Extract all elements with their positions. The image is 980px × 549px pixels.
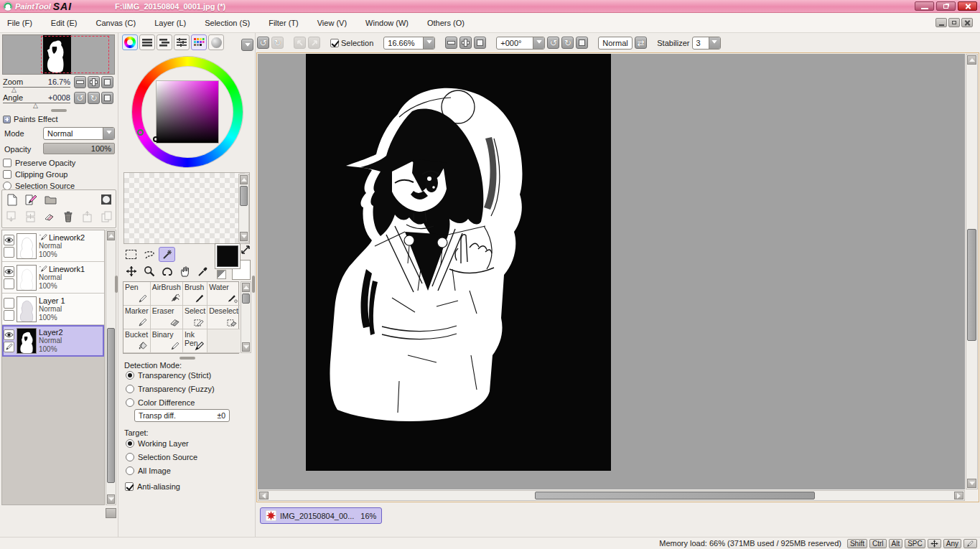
zoom-reset-button[interactable] xyxy=(474,37,486,49)
transp-diff-input[interactable]: Transp diff. ±0 xyxy=(134,409,230,422)
angle-dropdown[interactable]: +000° xyxy=(496,37,545,50)
layer-thumbnail[interactable] xyxy=(17,328,37,354)
minimize-button[interactable] xyxy=(915,1,934,11)
eyedropper-tool[interactable] xyxy=(195,263,211,278)
zoom-reset-button[interactable] xyxy=(101,76,113,88)
transparency-fuzzy-radio[interactable] xyxy=(126,385,134,393)
layer-paint-toggle[interactable] xyxy=(4,278,14,289)
move-mode-badge[interactable] xyxy=(928,539,941,548)
all-image-radio[interactable] xyxy=(126,466,134,475)
move-tool[interactable] xyxy=(123,263,139,278)
empty-tool-slot[interactable] xyxy=(177,247,193,262)
scrollbar-thumb[interactable] xyxy=(535,492,815,499)
tools-scrollbar[interactable] xyxy=(241,281,251,353)
clipping-group-checkbox[interactable] xyxy=(3,170,11,179)
selection-undo-button[interactable] xyxy=(294,37,306,49)
scrollbar-thumb[interactable] xyxy=(107,328,115,483)
menu-others[interactable]: Others (O) xyxy=(427,19,465,27)
target-all-image-row[interactable]: All Image xyxy=(126,466,171,475)
scroll-right-arrow[interactable] xyxy=(954,492,963,499)
foreground-color-swatch[interactable] xyxy=(217,245,238,267)
scroll-up-arrow[interactable] xyxy=(107,231,115,240)
scroll-down-arrow[interactable] xyxy=(107,494,115,504)
space-key-badge[interactable]: SPC xyxy=(905,539,925,548)
zoom-in-button[interactable] xyxy=(88,76,100,88)
scratchpad[interactable] xyxy=(123,172,250,244)
lasso-tool[interactable] xyxy=(141,247,157,262)
angle-reset-button[interactable] xyxy=(101,92,113,104)
layer-paint-toggle[interactable] xyxy=(4,247,14,258)
layer-row-layer1[interactable]: Layer 1 Normal 100% xyxy=(2,294,104,325)
menu-window[interactable]: Window (W) xyxy=(365,19,409,27)
navigator-preview[interactable] xyxy=(2,34,115,75)
flip-horizontal-button[interactable]: ⇄ xyxy=(635,37,647,49)
tool-water[interactable]: Water xyxy=(207,282,240,306)
sv-cursor[interactable] xyxy=(153,136,159,142)
hue-cursor[interactable] xyxy=(137,129,144,136)
menu-layer[interactable]: Layer (L) xyxy=(154,19,186,27)
target-selection-source-row[interactable]: Selection Source xyxy=(126,453,197,461)
layers-panel-extra-button[interactable] xyxy=(106,508,116,518)
copy-layer-button[interactable] xyxy=(101,210,113,223)
layers-scrollbar[interactable] xyxy=(106,230,116,505)
color-wheel-tab[interactable] xyxy=(122,34,138,50)
tool-empty-slot[interactable] xyxy=(207,329,240,353)
any-key-badge[interactable]: Any xyxy=(943,539,961,548)
redo-button[interactable]: ↻ xyxy=(271,37,284,49)
zoom-in-button[interactable] xyxy=(459,37,472,49)
magic-wand-tool[interactable] xyxy=(159,247,175,262)
zoom-out-button[interactable] xyxy=(445,37,457,49)
color-ball-tab[interactable] xyxy=(208,34,224,50)
layer-row-layer2-selected[interactable]: Layer2 Normal 100% xyxy=(2,325,104,357)
tool-bucket[interactable]: Bucket xyxy=(123,329,151,353)
zoom-dropdown[interactable]: 16.66% xyxy=(383,37,435,50)
chevron-down-icon[interactable] xyxy=(533,37,544,49)
doc-restore-button[interactable] xyxy=(948,18,960,27)
default-colors-icon[interactable] xyxy=(217,270,226,279)
menu-canvas[interactable]: Canvas (C) xyxy=(96,19,136,27)
preserve-opacity-checkbox[interactable] xyxy=(3,159,11,167)
color-difference-radio[interactable] xyxy=(126,398,134,407)
paints-effect-header[interactable]: Paints Effect xyxy=(3,115,58,123)
zoom-out-button[interactable] xyxy=(74,76,86,88)
rgb-sliders-tab[interactable] xyxy=(139,34,155,50)
document-tab[interactable]: IMG_20150804_00... 16% xyxy=(260,507,382,524)
layer-row-linework2[interactable]: Linework2 Normal 100% xyxy=(2,230,104,262)
scratchpad-scrollbar[interactable] xyxy=(238,174,249,243)
layer-visibility-toggle[interactable] xyxy=(4,235,14,245)
angle-slider-handle[interactable]: △ xyxy=(33,102,38,109)
anti-aliasing-checkbox[interactable] xyxy=(125,482,134,491)
tool-brush[interactable]: Brush xyxy=(183,282,207,306)
swap-colors-icon[interactable] xyxy=(240,244,253,255)
preserve-opacity-row[interactable]: Preserve Opacity xyxy=(3,159,75,167)
layer-mask-button[interactable] xyxy=(100,193,113,206)
tools-resize-grip[interactable] xyxy=(179,357,195,360)
layer-visibility-toggle[interactable] xyxy=(4,266,14,277)
chevron-down-icon[interactable] xyxy=(709,37,720,49)
layer-visibility-toggle[interactable] xyxy=(4,329,14,340)
layer-visibility-toggle[interactable] xyxy=(4,298,14,309)
canvas-vertical-scrollbar[interactable] xyxy=(966,54,978,489)
transfer-down-button[interactable] xyxy=(5,210,18,223)
layer-thumbnail[interactable] xyxy=(17,265,37,291)
restore-button[interactable] xyxy=(936,1,956,11)
detection-strict-row[interactable]: Transparency (Strict) xyxy=(126,371,211,380)
layer-paint-toggle[interactable] xyxy=(4,310,14,321)
menu-filter[interactable]: Filter (T) xyxy=(269,19,299,27)
target-working-layer-row[interactable]: Working Layer xyxy=(126,439,189,448)
detection-fuzzy-row[interactable]: Transparency (Fuzzy) xyxy=(126,385,215,393)
new-linework-layer-button[interactable] xyxy=(24,193,37,206)
swatches-tab[interactable] xyxy=(191,34,207,50)
chevron-down-icon[interactable] xyxy=(423,37,434,49)
canvas-horizontal-scrollbar[interactable] xyxy=(258,490,965,501)
scroll-down-arrow[interactable] xyxy=(967,479,976,488)
hand-tool[interactable] xyxy=(177,263,193,278)
new-layer-button[interactable] xyxy=(5,193,18,206)
layer-thumbnail[interactable] xyxy=(17,296,37,322)
doc-close-button[interactable] xyxy=(961,18,973,27)
rotate-ccw-button[interactable]: ↺ xyxy=(74,92,86,104)
view-mode-box[interactable]: Normal xyxy=(598,37,633,50)
detection-colordiff-row[interactable]: Color Difference xyxy=(126,398,195,407)
menu-file[interactable]: File (F) xyxy=(7,19,32,27)
scroll-up-arrow[interactable] xyxy=(242,283,250,292)
